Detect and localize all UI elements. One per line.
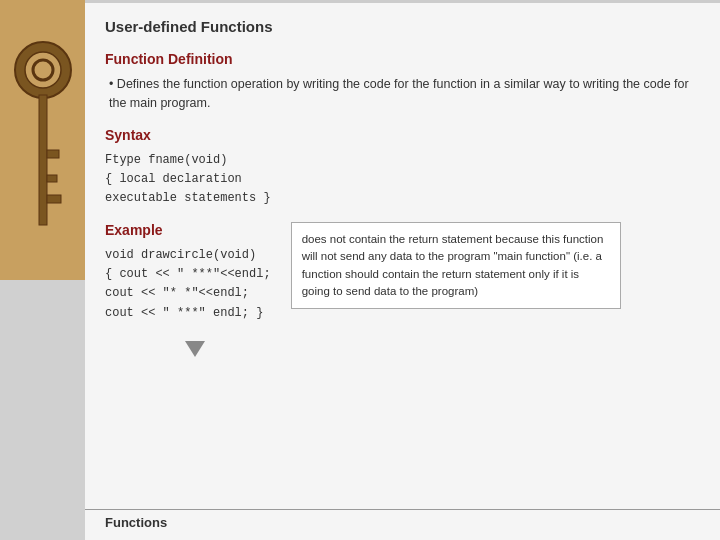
main-content: User-defined Functions Function Definiti… [85,0,720,540]
svg-rect-5 [47,195,61,203]
left-bottom-panel [0,280,85,540]
syntax-heading: Syntax [105,127,700,143]
callout-text: does not contain the return statement be… [302,233,604,297]
syntax-line1: Ftype fname(void) [105,151,700,170]
example-line1: void drawcircle(void) [105,246,271,265]
example-line2: { cout << " ***"<<endl; [105,265,271,284]
page-title: User-defined Functions [105,18,700,35]
example-section: Example void drawcircle(void) { cout << … [105,222,700,357]
svg-point-1 [25,52,61,88]
syntax-line2: { local declaration [105,170,700,189]
callout-box: does not contain the return statement be… [291,222,621,309]
top-bar [85,0,720,3]
syntax-line3: executable statements } [105,189,700,208]
example-line3: cout << "* *"<<endl; [105,284,271,303]
svg-rect-2 [39,95,47,225]
syntax-code: Ftype fname(void) { local declaration ex… [105,151,700,209]
example-left: Example void drawcircle(void) { cout << … [105,222,271,357]
function-definition-heading: Function Definition [105,51,700,67]
arrow-down-icon [185,341,205,357]
example-heading: Example [105,222,271,238]
example-line4: cout << " ***" endl; } [105,304,271,323]
syntax-section: Syntax Ftype fname(void) { local declara… [105,127,700,209]
left-panel [0,0,85,540]
bottom-bar [85,509,720,510]
key-image [0,0,85,280]
svg-rect-4 [47,175,57,182]
function-definition-bullet: Defines the function operation by writin… [105,75,700,113]
example-code: void drawcircle(void) { cout << " ***"<<… [105,246,271,323]
bottom-label: Functions [105,515,167,530]
svg-rect-3 [47,150,59,158]
arrow-container [105,337,271,357]
